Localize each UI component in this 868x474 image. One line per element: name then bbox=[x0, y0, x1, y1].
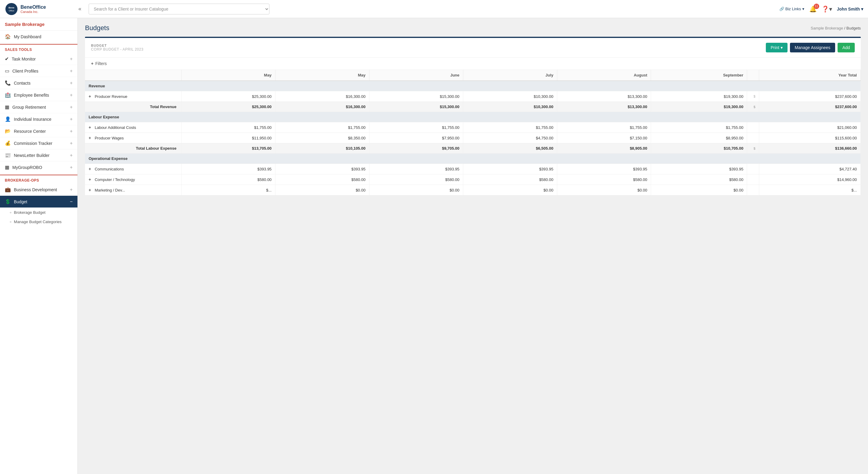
communications-overflow bbox=[747, 164, 759, 174]
expand-button[interactable]: + bbox=[89, 188, 91, 193]
manage-assignees-label: Manage Assignees bbox=[795, 45, 830, 50]
benefits-icon: 🏥 bbox=[5, 92, 11, 98]
producer-wages-overflow bbox=[747, 133, 759, 143]
budget-header: BUDGET CORP BUDGET - APRIL 2023 Print ▾ … bbox=[85, 38, 861, 58]
computer-tech-year-total: $14,960.00 bbox=[759, 174, 861, 185]
total-revenue-august: $13,300.00 bbox=[557, 102, 651, 112]
communications-label: + Communications bbox=[85, 164, 181, 174]
expand-button[interactable]: + bbox=[89, 125, 91, 130]
sidebar-item-client-profiles[interactable]: ▭ Client Profiles + bbox=[0, 65, 78, 77]
sidebar-collapse-button[interactable]: « bbox=[76, 4, 84, 13]
breadcrumb-parent[interactable]: Sample Brokerage bbox=[811, 26, 843, 30]
labour-additional-label: + Labour Additional Costs bbox=[85, 122, 181, 133]
sidebar-item-business-development[interactable]: 💼 Business Development + bbox=[0, 184, 78, 196]
newsletter-icon: 📰 bbox=[5, 153, 11, 158]
logo-icon: Bene Office bbox=[5, 2, 18, 16]
chevron-down-icon: ▾ bbox=[781, 45, 783, 50]
sidebar-item-mygrouprobo[interactable]: ▦ MyGroupROBO + bbox=[0, 161, 78, 173]
commission-icon: 💰 bbox=[5, 140, 11, 146]
labour-additional-may2: $1,755.00 bbox=[276, 122, 370, 133]
labour-additional-june: $1,755.00 bbox=[369, 122, 463, 133]
sidebar-item-commission-tracker[interactable]: 💰 Commission Tracker + bbox=[0, 137, 78, 149]
expand-icon: + bbox=[70, 116, 73, 122]
expand-icon: + bbox=[70, 153, 73, 158]
expand-button[interactable]: + bbox=[89, 167, 91, 171]
biz-links-button[interactable]: 🔗 Biz Links ▾ bbox=[779, 7, 804, 11]
resource-center-label: Resource Center bbox=[14, 129, 46, 134]
labour-additional-overflow bbox=[747, 122, 759, 133]
external-link-icon: 🔗 bbox=[779, 7, 784, 11]
total-revenue-year-total: $237,600.00 bbox=[759, 102, 861, 112]
budget-header-left: BUDGET CORP BUDGET - APRIL 2023 bbox=[91, 44, 144, 52]
producer-wages-year-total: $115,600.00 bbox=[759, 133, 861, 143]
notifications-button[interactable]: 🔔 11 bbox=[809, 5, 817, 13]
sidebar-item-group-retirement[interactable]: ▦ Group Retirement + bbox=[0, 101, 78, 113]
communications-august: $393.95 bbox=[557, 164, 651, 174]
producer-wages-july: $4,750.00 bbox=[463, 133, 557, 143]
operational-section-label: Operational Expense bbox=[85, 154, 861, 164]
budget-table: May May June July August September Year … bbox=[85, 70, 861, 196]
expand-button[interactable]: + bbox=[89, 136, 91, 140]
sidebar-sub-brokerage-budget[interactable]: ○ Brokerage Budget bbox=[0, 208, 78, 217]
col-header-name bbox=[85, 70, 181, 81]
sidebar: Sample Brokerage 🏠 My Dashboard Sales To… bbox=[0, 18, 78, 474]
client-icon: ▭ bbox=[5, 68, 9, 74]
total-labour-year-total: $136,660.00 bbox=[759, 143, 861, 154]
sidebar-sub-manage-budget-categories[interactable]: ○ Manage Budget Categories bbox=[0, 217, 78, 227]
communications-year-total: $4,727.40 bbox=[759, 164, 861, 174]
help-button[interactable]: ❓▾ bbox=[822, 5, 832, 13]
marketing-overflow bbox=[747, 185, 759, 196]
labour-additional-may1: $1,755.00 bbox=[181, 122, 276, 133]
biz-links-label: Biz Links bbox=[785, 7, 801, 11]
circle-icon: ○ bbox=[10, 220, 11, 224]
total-labour-may1: $13,705.00 bbox=[181, 143, 276, 154]
search-bar[interactable]: Search for a Client or Insurer Catalogue bbox=[89, 4, 270, 14]
manage-assignees-button[interactable]: Manage Assignees bbox=[790, 43, 835, 53]
individual-insurance-label: Individual Insurance bbox=[14, 117, 52, 122]
sidebar-item-newsletter-builder[interactable]: 📰 NewsLetter Builder + bbox=[0, 149, 78, 161]
labour-additional-august: $1,755.00 bbox=[557, 122, 651, 133]
communications-july: $393.95 bbox=[463, 164, 557, 174]
breadcrumb: Sample Brokerage / Budgets bbox=[811, 26, 861, 30]
add-button[interactable]: Add bbox=[838, 43, 855, 53]
producer-revenue-year-total: $237,600.00 bbox=[759, 91, 861, 102]
expand-button[interactable]: + bbox=[89, 177, 91, 182]
expand-button[interactable]: + bbox=[89, 94, 91, 99]
expand-icon: + bbox=[70, 129, 73, 134]
sidebar-item-resource-center[interactable]: 📂 Resource Center + bbox=[0, 125, 78, 137]
breadcrumb-row: Budgets Sample Brokerage / Budgets bbox=[85, 24, 861, 32]
sidebar-brokerage[interactable]: Sample Brokerage bbox=[0, 18, 78, 31]
task-icon: ✔ bbox=[5, 56, 9, 62]
filters-row[interactable]: + Filters bbox=[85, 58, 861, 70]
sidebar-item-task-monitor[interactable]: ✔ Task Monitor + bbox=[0, 53, 78, 65]
labour-additional-july: $1,755.00 bbox=[463, 122, 557, 133]
table-header-row: May May June July August September Year … bbox=[85, 70, 861, 81]
sidebar-item-budget[interactable]: 💲 Budget − bbox=[0, 196, 78, 208]
expand-icon: + bbox=[70, 104, 73, 110]
main-layout: Sample Brokerage 🏠 My Dashboard Sales To… bbox=[0, 18, 868, 474]
robo-icon: ▦ bbox=[5, 164, 9, 170]
budget-header-right: Print ▾ Manage Assignees Add bbox=[766, 43, 855, 53]
notification-badge: 11 bbox=[814, 4, 819, 9]
producer-wages-august: $7,150.00 bbox=[557, 133, 651, 143]
computer-tech-july: $580.00 bbox=[463, 174, 557, 185]
sidebar-item-dashboard[interactable]: 🏠 My Dashboard bbox=[0, 31, 78, 43]
computer-tech-label: + Computer / Technology bbox=[85, 174, 181, 185]
producer-revenue-may1: $25,300.00 bbox=[181, 91, 276, 102]
marketing-label: + Marketing / Dev... bbox=[85, 185, 181, 196]
col-header-july: July bbox=[463, 70, 557, 81]
marketing-year-total: $... bbox=[759, 185, 861, 196]
sidebar-item-contacts[interactable]: 📞 Contacts + bbox=[0, 77, 78, 89]
expand-icon: + bbox=[70, 141, 73, 146]
search-input[interactable]: Search for a Client or Insurer Catalogue bbox=[89, 4, 270, 14]
producer-wages-september: $8,950.00 bbox=[651, 133, 747, 143]
dashboard-label: My Dashboard bbox=[14, 34, 41, 39]
user-menu-button[interactable]: John Smith ▾ bbox=[837, 7, 863, 11]
sidebar-item-employee-benefits[interactable]: 🏥 Employee Benefits + bbox=[0, 89, 78, 101]
operational-section-row: Operational Expense bbox=[85, 154, 861, 164]
total-revenue-overflow: $ bbox=[747, 102, 759, 112]
table-row: + Labour Additional Costs $1,755.00 $1,7… bbox=[85, 122, 861, 133]
table-row: + Computer / Technology $580.00 $580.00 … bbox=[85, 174, 861, 185]
sidebar-item-individual-insurance[interactable]: 👤 Individual Insurance + bbox=[0, 113, 78, 125]
print-button[interactable]: Print ▾ bbox=[766, 43, 787, 53]
